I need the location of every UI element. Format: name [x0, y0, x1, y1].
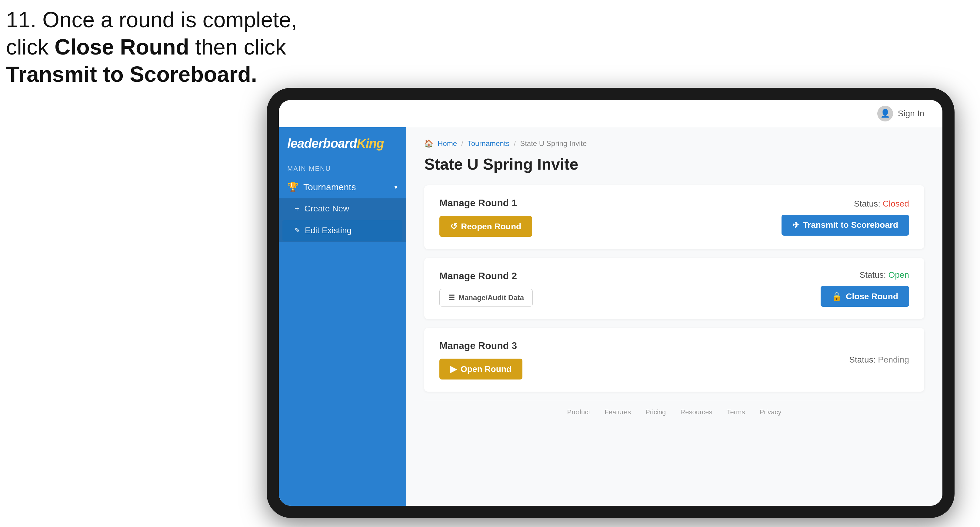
breadcrumb-home[interactable]: Home — [438, 139, 457, 148]
edit-icon: ✎ — [294, 227, 300, 235]
plus-icon: + — [294, 204, 299, 214]
round1-left: Manage Round 1 ↺ Reopen Round — [439, 197, 532, 237]
footer-features[interactable]: Features — [605, 408, 631, 416]
sign-in-area[interactable]: 👤 Sign In — [877, 106, 924, 121]
breadcrumb: 🏠 Home / Tournaments / State U Spring In… — [424, 139, 924, 148]
manage-audit-button[interactable]: ☰ Manage/Audit Data — [439, 289, 533, 306]
round3-status-value: Pending — [878, 355, 909, 364]
user-avatar-icon: 👤 — [877, 106, 893, 121]
audit-label: Manage/Audit Data — [458, 294, 524, 302]
instruction-line2-suffix: then click — [189, 35, 286, 59]
round2-right: Status: Open 🔒 Close Round — [821, 270, 909, 307]
create-new-label: Create New — [304, 204, 349, 214]
trophy-icon: 🏆 — [287, 182, 299, 192]
round-card-2: Manage Round 2 ☰ Manage/Audit Data Statu… — [424, 258, 924, 319]
tablet-screen: 👤 Sign In leaderboardKing MAIN MENU 🏆 To… — [279, 100, 942, 506]
round2-label: Manage Round 2 — [439, 270, 533, 282]
transmit-to-scoreboard-button[interactable]: ✈ Transmit to Scoreboard — [781, 215, 909, 236]
instruction-line1: 11. Once a round is complete, — [6, 8, 297, 32]
main-content: 🏠 Home / Tournaments / State U Spring In… — [406, 127, 942, 506]
footer-pricing[interactable]: Pricing — [646, 408, 666, 416]
breadcrumb-sep1: / — [461, 139, 463, 148]
instruction-bold-transmit: Transmit to Scoreboard. — [6, 62, 257, 86]
top-bar: 👤 Sign In — [279, 100, 942, 127]
sign-in-label[interactable]: Sign In — [898, 109, 924, 118]
close-round-button[interactable]: 🔒 Close Round — [821, 286, 909, 307]
sidebar: leaderboardKing MAIN MENU 🏆 Tournaments … — [279, 127, 406, 506]
sidebar-submenu: + Create New ✎ Edit Existing — [279, 198, 406, 242]
sidebar-subitem-edit-existing[interactable]: ✎ Edit Existing — [282, 220, 402, 241]
footer-privacy[interactable]: Privacy — [759, 408, 781, 416]
open-icon: ▶ — [450, 364, 457, 374]
footer-resources[interactable]: Resources — [680, 408, 712, 416]
open-round-button[interactable]: ▶ Open Round — [439, 359, 522, 379]
edit-existing-label: Edit Existing — [305, 225, 352, 235]
round2-left: Manage Round 2 ☰ Manage/Audit Data — [439, 270, 533, 306]
audit-icon: ☰ — [448, 294, 455, 302]
instruction-block: 11. Once a round is complete, click Clos… — [6, 6, 297, 88]
breadcrumb-current: State U Spring Invite — [520, 139, 587, 148]
round-card-1: Manage Round 1 ↺ Reopen Round Status: Cl… — [424, 185, 924, 249]
app-layout: leaderboardKing MAIN MENU 🏆 Tournaments … — [279, 127, 942, 506]
reopen-icon: ↺ — [450, 221, 457, 232]
logo-leaderboard: leaderboard — [287, 136, 357, 151]
tablet-device: 👤 Sign In leaderboardKing MAIN MENU 🏆 To… — [267, 88, 955, 518]
open-round-label: Open Round — [461, 364, 512, 374]
app-footer: Product Features Pricing Resources Terms… — [424, 401, 924, 424]
footer-terms[interactable]: Terms — [727, 408, 745, 416]
breadcrumb-sep2: / — [514, 139, 516, 148]
tournaments-label: Tournaments — [303, 182, 356, 192]
round1-status: Status: Closed — [854, 199, 909, 209]
close-round-label: Close Round — [846, 292, 898, 302]
reopen-round-button[interactable]: ↺ Reopen Round — [439, 216, 532, 237]
page-title: State U Spring Invite — [424, 155, 924, 173]
sidebar-menu-label: MAIN MENU — [279, 160, 406, 176]
sidebar-subitem-create-new[interactable]: + Create New — [279, 198, 406, 219]
round1-label: Manage Round 1 — [439, 197, 532, 209]
transmit-icon: ✈ — [792, 220, 799, 230]
home-icon: 🏠 — [424, 139, 433, 148]
instruction-bold-close: Close Round — [54, 35, 189, 59]
chevron-down-icon: ▾ — [394, 183, 398, 191]
footer-product[interactable]: Product — [567, 408, 590, 416]
logo-king: King — [357, 136, 383, 151]
sidebar-item-tournaments[interactable]: 🏆 Tournaments ▾ — [279, 176, 406, 198]
round2-status: Status: Open — [860, 270, 909, 280]
logo: leaderboardKing — [287, 136, 384, 151]
round-card-3: Manage Round 3 ▶ Open Round Status: Pend… — [424, 328, 924, 392]
round3-status: Status: Pending — [849, 355, 909, 365]
breadcrumb-tournaments[interactable]: Tournaments — [468, 139, 510, 148]
sidebar-logo: leaderboardKing — [279, 127, 406, 160]
instruction-line2-prefix: click — [6, 35, 54, 59]
round3-left: Manage Round 3 ▶ Open Round — [439, 340, 522, 379]
round1-status-value: Closed — [883, 199, 909, 208]
reopen-round-label: Reopen Round — [461, 222, 521, 232]
transmit-label: Transmit to Scoreboard — [803, 220, 898, 230]
round2-status-value: Open — [888, 270, 909, 279]
close-icon: 🔒 — [832, 291, 842, 302]
round3-label: Manage Round 3 — [439, 340, 522, 351]
round3-right: Status: Pending — [849, 355, 909, 365]
round1-right: Status: Closed ✈ Transmit to Scoreboard — [781, 199, 909, 236]
